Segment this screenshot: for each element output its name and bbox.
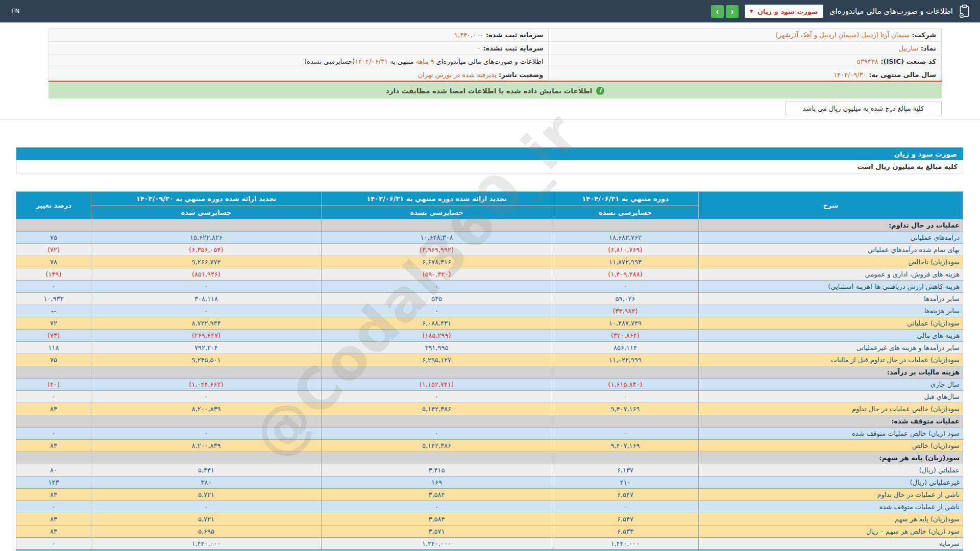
row-value: ۰ [322,428,552,440]
row-value: ۵۹,۰۲۶ [552,293,699,305]
row-value [16,219,91,232]
row-description: سود(زیان) عملیاتی [699,317,963,330]
statement-section-row: عملیات در حال تداوم: [16,219,963,232]
row-value [16,415,91,428]
row-description: ناشي از عملیات متوقف شده [699,501,963,513]
row-value: ۵,۷۲۱ [91,513,322,525]
row-description: سود(زیان) پایه هر سهم: [699,452,963,464]
row-value: (۶,۸۱۰,۷۶۹) [552,244,699,256]
row-value: (۳۲۰,۸۶۴) [552,330,699,342]
row-description: غیرعملياتي (ريال) [699,477,963,489]
row-value: ۷۸ [16,256,91,268]
company-info-body: شرکت: سیمان آرتا اردبیل (سیمان اردبیل و … [49,29,942,82]
row-value: ۱,۴۴۰,۰۰۰ [322,538,552,550]
col-subheader-annual-audit: حسابرسی شده [91,206,322,219]
row-value: (۱,۴۰۹,۲۸۸) [552,268,699,281]
row-value: ۱۰,۴۸۷,۷۴۹ [552,317,699,330]
statement-row: سود(زیان) عملیات در حال تداوم قبل از مال… [16,354,963,366]
row-description: هزینه های فروش، اداری و عمومی [699,268,963,281]
statement-row: سایر درآمدها۵۹,۰۲۶۵۳۵۳۰۸,۱۱۸۱۰,۹۳۳ [16,293,963,305]
row-value: ۹,۴۰۷,۱۶۹ [552,440,699,452]
company-info-cell: سرمایه ثبت نشده: ۰ [49,42,549,55]
statement-row: غیرعملياتي (ريال)۴۱۰۱۶۹۳۸۰۱۴۳ [16,477,963,489]
statement-row: سود (زیان) خالص عملیات متوقف شده۰۰۰۰ [16,428,963,440]
top-header-bar: اطلاعات و صورت‌های مالی میاندوره‌ای صورت… [0,0,980,22]
language-switch-en[interactable]: EN [11,8,20,15]
col-subheader-current-audit: حسابرسی نشده [552,206,699,219]
row-description: هزینه کاهش ارزش دریافتني ها (هزینه استثن… [699,281,963,293]
row-value: ۰ [16,428,91,440]
section-divider [0,119,980,120]
statement-section-row: عملیات متوقف شده: [16,415,963,428]
row-value: ۰ [552,501,699,513]
row-value: ۳,۵۸۴ [322,513,552,525]
row-description: بهای تمام شده درآمدهاي عملياتي [699,244,963,256]
row-description: سود(زیان) ناخالص [699,256,963,268]
row-value: ۱۸,۶۸۳,۷۶۲ [552,232,699,244]
row-description: سال‌هاي قبل [699,391,963,403]
row-value [552,452,699,464]
statement-row: هزینه های فروش، اداری و عمومی(۱,۴۰۹,۲۸۸)… [16,268,963,281]
row-value: (۱,۱۵۲,۷۴۱) [322,379,552,391]
row-value [91,219,322,232]
row-description: عملیات در حال تداوم: [699,219,963,232]
amounts-unit-note: کلیه مبالغ درج شده به میلیون ریال می باش… [785,102,942,115]
signature-match-notice: i اطلاعات نمایش داده شده با اطلاعات امضا… [48,83,942,98]
row-value: ۹,۴۰۷,۱۶۹ [552,403,699,415]
row-value [91,452,322,464]
company-info-row: شرکت: سیمان آرتا اردبیل (سیمان اردبیل و … [49,29,942,42]
row-value: ۱۶۹ [322,477,552,489]
statement-row: بهای تمام شده درآمدهاي عملياتي(۶,۸۱۰,۷۶۹… [16,244,963,256]
row-value: ۱۱,۸۷۲,۹۹۳ [552,256,699,268]
row-value [552,366,699,379]
row-value: ۰ [16,391,91,403]
company-info-row: سال مالی منتهی به: ۱۴۰۴/۰۹/۳۰وضعیت ناشر:… [49,68,942,82]
report-type-dropdown[interactable]: صورت سود و زیان ▼ [745,5,823,18]
row-value: (۲۶۹,۶۴۷) [91,330,322,342]
statement-body: عملیات در حال تداوم:درآمدهاي عملياتي۱۸,۶… [16,219,963,550]
row-value: ۹,۲۴۵,۵۰۱ [91,354,322,366]
row-value [552,415,699,428]
row-description: سرمایه [699,538,963,550]
col-subheader-prior-audit: حسابرسی نشده [322,206,552,219]
row-description: هزینه های مالی [699,330,963,342]
row-value: (۵۹۰,۴۲۰) [322,268,552,281]
row-value: ۰ [91,391,322,403]
row-value: ۴۱۰ [552,477,699,489]
company-info-cell: سال مالی منتهی به: ۱۴۰۴/۰۹/۳۰ [549,68,942,82]
row-value: ۰ [322,391,552,403]
row-value: ۶,۵۴۷ [552,513,699,525]
row-value: ۰ [552,428,699,440]
col-header-percent-change: درصد تغییر [16,192,91,219]
row-value: ۷۵ [16,354,91,366]
col-header-restated-prior: تجدید ارائه شده دوره منتهي به ۱۴۰۳/۰۶/۳۱ [322,192,552,206]
row-value [16,366,91,379]
row-value: ۸,۲۰۰,۸۳۹ [91,403,322,415]
company-info-cell: نماد: ساربیل [549,42,942,55]
statement-row: سود(زیان) پایه هر سهم۶,۵۴۷۳,۵۸۴۵,۷۲۱۸۳ [16,513,963,525]
statement-row: سود(زیان) ناخالص۱۱,۸۷۲,۹۹۳۶,۶۷۸,۳۱۶۹,۲۶۶… [16,256,963,268]
row-value: ۳۸۰ [91,477,322,489]
row-value: ۰ [16,538,91,550]
row-value [16,452,91,464]
page-title: اطلاعات و صورت‌های مالی میاندوره‌ای [829,7,953,16]
row-description: درآمدهاي عملياتي [699,232,963,244]
row-value: ۵۳۵ [322,293,552,305]
row-value: (۷۳) [16,330,91,342]
nav-forward-button[interactable]: › [711,5,724,18]
row-value: (۸۵۱,۹۴۶) [91,268,322,281]
row-value: ۱۱,۰۲۲,۹۹۹ [552,354,699,366]
nav-back-button[interactable]: ‹ [726,5,739,18]
row-value: ۰ [322,501,552,513]
statement-header: شرح دوره منتهي به ۱۴۰۴/۰۶/۳۱ تجدید ارائه… [16,192,963,219]
statement-row: عملياتي (ريال)۶,۱۳۷۳,۴۱۵۵,۳۴۱۸۰ [16,464,963,477]
row-description: هزینه مالیات بر درآمد: [699,366,963,379]
row-value: ۰ [16,281,91,293]
col-header-description: شرح [699,192,963,219]
row-value: ۸۳ [16,403,91,415]
info-icon: i [596,87,604,95]
row-value: ۸۳ [16,489,91,501]
row-value: ۰ [552,281,699,293]
row-value: ۹,۲۶۶,۷۷۲ [91,256,322,268]
statement-row: سود(زیان) خالص۹,۴۰۷,۱۶۹۵,۱۴۲,۳۸۶۸,۲۰۰,۸۳… [16,440,963,452]
